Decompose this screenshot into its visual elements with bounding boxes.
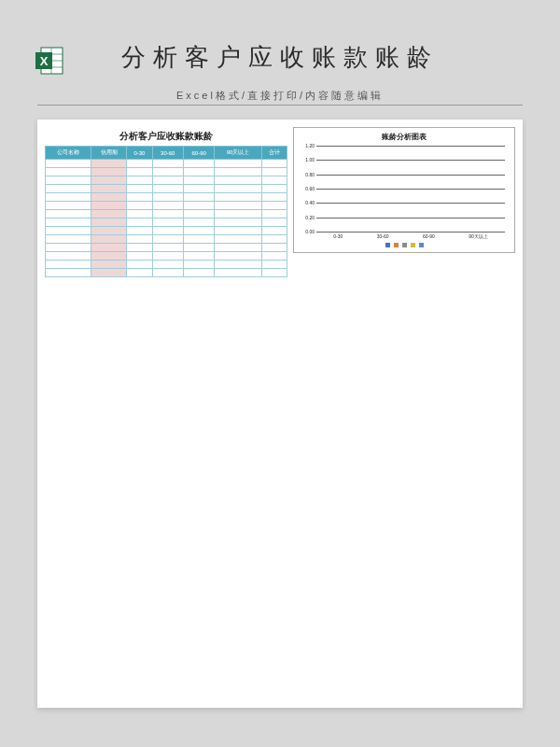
table-cell bbox=[46, 160, 91, 168]
table-cell bbox=[91, 218, 127, 227]
table-header-cell: 合计 bbox=[261, 147, 287, 160]
table-row bbox=[46, 168, 287, 176]
table-cell bbox=[215, 210, 261, 218]
table-header-cell: 公司名称 bbox=[46, 147, 91, 160]
table-cell bbox=[215, 252, 261, 261]
table-cell bbox=[91, 261, 127, 269]
table-row bbox=[46, 235, 287, 244]
table-cell bbox=[261, 218, 287, 227]
chart-x-tick: 0-30 bbox=[333, 233, 343, 239]
table-cell bbox=[152, 218, 183, 227]
table-cell bbox=[152, 269, 183, 277]
table-cell bbox=[261, 227, 287, 235]
table-row bbox=[46, 193, 287, 202]
table-cell bbox=[183, 185, 214, 193]
table-cell bbox=[46, 244, 91, 252]
table-cell bbox=[46, 168, 91, 176]
table-cell bbox=[215, 185, 261, 193]
table-cell bbox=[46, 252, 91, 261]
table-row bbox=[46, 176, 287, 185]
table-cell bbox=[127, 202, 152, 210]
table-cell bbox=[91, 235, 127, 244]
legend-swatch bbox=[411, 243, 415, 247]
table-row bbox=[46, 202, 287, 210]
table-cell bbox=[261, 210, 287, 218]
table-cell bbox=[215, 168, 261, 176]
chart-y-tick: 1.20 bbox=[300, 143, 315, 148]
chart-x-tick: 90天以上 bbox=[469, 233, 488, 239]
table-cell bbox=[261, 261, 287, 269]
table-cell bbox=[127, 218, 152, 227]
table-cell bbox=[46, 227, 91, 235]
table-row bbox=[46, 244, 287, 252]
table-cell bbox=[183, 202, 214, 210]
legend-swatch bbox=[394, 243, 399, 247]
table-cell bbox=[127, 252, 152, 261]
table-cell bbox=[46, 202, 91, 210]
chart-gridline bbox=[316, 218, 505, 218]
table-cell bbox=[46, 269, 91, 277]
table-cell bbox=[261, 185, 287, 193]
table-cell bbox=[46, 261, 91, 269]
chart-gridline bbox=[316, 203, 505, 204]
table-cell bbox=[261, 202, 287, 210]
table-cell bbox=[183, 176, 214, 185]
table-row bbox=[46, 160, 287, 168]
table-cell bbox=[183, 269, 214, 277]
table-cell bbox=[261, 235, 287, 244]
chart-y-tick: 1.00 bbox=[300, 157, 315, 162]
table-cell bbox=[127, 227, 152, 235]
table-cell bbox=[215, 235, 261, 244]
table-cell bbox=[91, 269, 127, 277]
table-cell bbox=[91, 168, 127, 176]
page-title: 分析客户应收账款账龄 bbox=[0, 41, 560, 74]
table-cell bbox=[127, 193, 152, 202]
table-cell bbox=[183, 160, 214, 168]
table-cell bbox=[261, 176, 287, 185]
table-cell bbox=[261, 193, 287, 202]
table-cell bbox=[261, 244, 287, 252]
table-cell bbox=[183, 244, 214, 252]
chart-x-tick: 60-90 bbox=[423, 233, 435, 239]
table-cell bbox=[152, 227, 183, 235]
table-cell bbox=[261, 252, 287, 261]
table-cell bbox=[91, 160, 127, 168]
table-cell bbox=[183, 261, 214, 269]
table-header-cell: 90天以上 bbox=[215, 147, 261, 160]
table-title: 分析客户应收账款账龄 bbox=[45, 127, 287, 146]
table-cell bbox=[215, 218, 261, 227]
table-cell bbox=[152, 202, 183, 210]
chart-title: 账龄分析图表 bbox=[300, 132, 509, 142]
table-header-cell: 信用期 bbox=[91, 147, 127, 160]
document-preview: 分析客户应收账款账龄 公司名称信用期0-3030-6060-9090天以上合计 … bbox=[37, 120, 523, 708]
chart-legend bbox=[300, 243, 509, 247]
table-cell bbox=[152, 185, 183, 193]
table-cell bbox=[183, 193, 214, 202]
chart-x-tick: 30-60 bbox=[377, 233, 389, 239]
table-cell bbox=[46, 185, 91, 193]
table-cell bbox=[91, 185, 127, 193]
table-cell bbox=[46, 210, 91, 218]
chart-x-axis: 0-3030-6060-9090天以上 bbox=[316, 232, 505, 239]
table-cell bbox=[91, 193, 127, 202]
table-cell bbox=[46, 193, 91, 202]
table-cell bbox=[127, 160, 152, 168]
chart-gridline bbox=[316, 160, 505, 161]
table-cell bbox=[91, 227, 127, 235]
table-cell bbox=[215, 193, 261, 202]
table-cell bbox=[152, 168, 183, 176]
table-cell bbox=[127, 176, 152, 185]
chart-y-tick: 0.80 bbox=[300, 172, 315, 177]
table-cell bbox=[46, 235, 91, 244]
table-header-cell: 0-30 bbox=[127, 147, 152, 160]
table-cell bbox=[215, 176, 261, 185]
legend-swatch bbox=[402, 243, 407, 247]
table-cell bbox=[261, 160, 287, 168]
table-cell bbox=[127, 269, 152, 277]
legend-swatch bbox=[385, 243, 390, 247]
table-cell bbox=[152, 210, 183, 218]
table-cell bbox=[91, 202, 127, 210]
table-cell bbox=[127, 185, 152, 193]
table-cell bbox=[215, 269, 261, 277]
legend-swatch bbox=[419, 243, 424, 247]
